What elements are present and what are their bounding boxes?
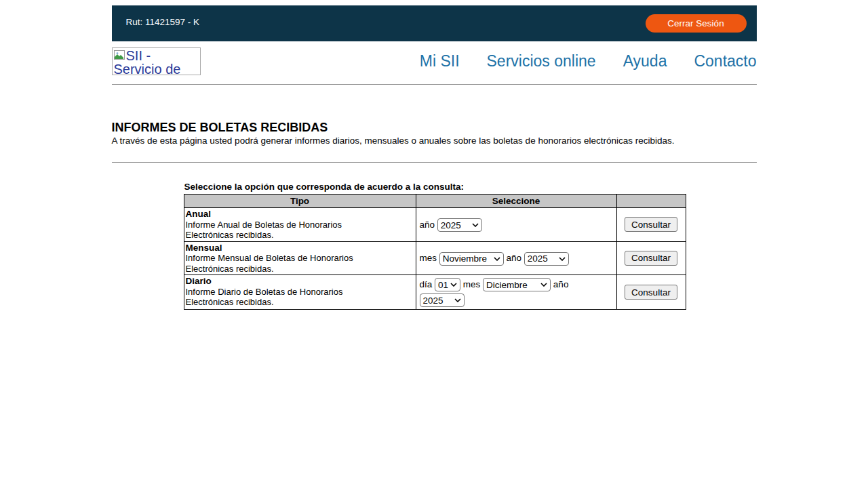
chevron-down-icon	[472, 223, 479, 227]
nav-contacto[interactable]: Contacto	[694, 52, 756, 70]
nav-ayuda[interactable]: Ayuda	[623, 52, 667, 70]
chevron-down-icon	[559, 257, 566, 261]
page-container: Rut: 11421597 - K Cerrar Sesión SII - Se…	[112, 5, 757, 310]
logout-button[interactable]: Cerrar Sesión	[646, 14, 747, 33]
chevron-down-icon	[454, 298, 461, 302]
row-title-mensual: Mensual	[186, 243, 414, 253]
chevron-down-icon	[540, 283, 547, 287]
diario-month-select[interactable]: Diciembre	[483, 278, 551, 291]
rut-label: Rut: 11421597 - K	[126, 17, 200, 27]
mensual-month-select[interactable]: Noviembre	[439, 252, 504, 266]
diario-year-select-value: 2025	[423, 296, 443, 306]
chevron-down-icon	[494, 257, 500, 261]
chevron-down-icon	[450, 283, 457, 287]
broken-image-icon	[114, 49, 125, 62]
anual-consultar-button[interactable]: Consultar	[625, 217, 677, 232]
anual-year-label: año	[420, 220, 435, 230]
mensual-action-cell: Consultar	[616, 241, 686, 275]
anual-tipo-cell: Anual Informe Anual de Boletas de Honora…	[184, 208, 416, 242]
nav-mi-sii[interactable]: Mi SII	[420, 52, 460, 70]
mensual-year-select[interactable]: 2025	[524, 252, 569, 266]
session-bar: Rut: 11421597 - K Cerrar Sesión	[112, 5, 757, 41]
table-row-diario: Diario Informe Diario de Boletas de Hono…	[184, 275, 686, 310]
nav-servicios-online[interactable]: Servicios online	[487, 52, 596, 70]
mensual-consultar-button[interactable]: Consultar	[625, 251, 677, 266]
anual-year-select[interactable]: 2025	[437, 218, 482, 232]
diario-month-label: mes	[463, 279, 481, 289]
row-description-anual: Informe Anual de Boletas de Honorarios E…	[186, 220, 342, 241]
diario-select-cell: día 01 mes Diciembre año 2025	[416, 275, 616, 310]
diario-day-select[interactable]: 01	[435, 278, 460, 291]
diario-action-cell: Consultar	[616, 275, 686, 310]
row-description-diario: Informe Diario de Boletas de Honorarios …	[186, 287, 343, 308]
diario-day-select-value: 01	[438, 280, 448, 290]
diario-month-select-value: Diciembre	[486, 280, 528, 290]
main-nav: Mi SII Servicios online Ayuda Contacto	[420, 52, 757, 70]
diario-consultar-button[interactable]: Consultar	[625, 285, 677, 300]
table-header-row: Tipo Seleccione	[184, 195, 686, 208]
mensual-year-select-value: 2025	[528, 253, 548, 264]
selection-prompt: Seleccione la opción que corresponda de …	[184, 182, 757, 192]
table-row-anual: Anual Informe Anual de Boletas de Honora…	[184, 208, 686, 242]
mensual-year-label: año	[507, 253, 522, 263]
sii-logo-broken-image[interactable]: SII - Servicio de	[112, 47, 201, 75]
column-header-tipo: Tipo	[184, 195, 416, 208]
diario-year-label: año	[553, 279, 569, 289]
mensual-select-cell: mes Noviembre año 2025	[416, 241, 616, 275]
table-row-mensual: Mensual Informe Mensual de Boletas de Ho…	[184, 241, 686, 275]
mensual-month-label: mes	[420, 253, 437, 263]
row-title-anual: Anual	[186, 209, 414, 220]
anual-select-cell: año 2025	[416, 208, 616, 242]
section-divider	[112, 162, 757, 163]
page-title: INFORMES DE BOLETAS RECIBIDAS	[112, 121, 757, 134]
column-header-seleccione: Seleccione	[416, 195, 616, 208]
column-header-action	[616, 195, 686, 208]
diario-tipo-cell: Diario Informe Diario de Boletas de Hono…	[184, 275, 416, 310]
header-divider	[112, 84, 757, 85]
mensual-month-select-value: Noviembre	[443, 253, 487, 264]
site-header: SII - Servicio de Mi SII Servicios onlin…	[112, 47, 757, 75]
anual-action-cell: Consultar	[616, 208, 686, 242]
page-intro: A través de esta página usted podrá gene…	[112, 136, 757, 146]
anual-year-select-value: 2025	[441, 220, 461, 230]
informes-table: Tipo Seleccione Anual Informe Anual de B…	[184, 194, 686, 310]
row-title-diario: Diario	[186, 276, 414, 287]
row-description-mensual: Informe Mensual de Boletas de Honorarios…	[186, 253, 353, 274]
diario-day-label: día	[420, 279, 433, 289]
mensual-tipo-cell: Mensual Informe Mensual de Boletas de Ho…	[184, 241, 416, 275]
diario-year-select[interactable]: 2025	[420, 293, 465, 307]
